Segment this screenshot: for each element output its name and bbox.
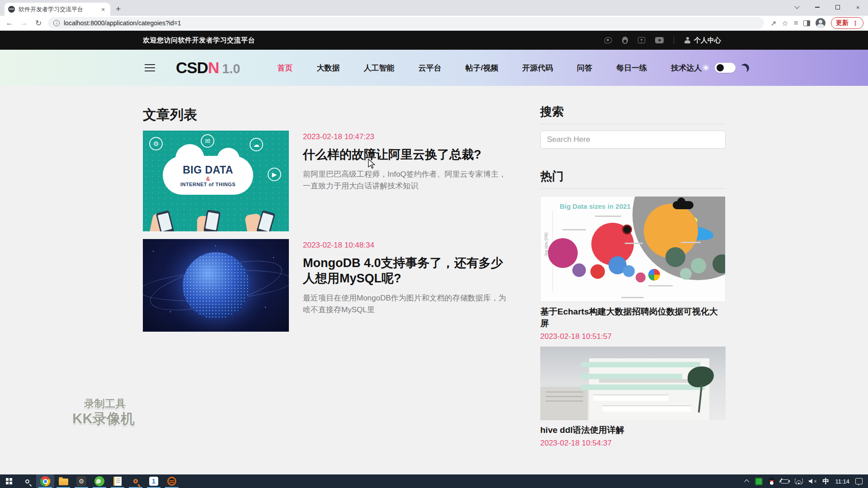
- ime-indicator[interactable]: 中: [822, 477, 829, 486]
- qq-tray-icon[interactable]: [769, 478, 775, 485]
- chart-image-ylabel: log size (PB): [544, 232, 548, 255]
- site-info-icon[interactable]: i: [53, 20, 60, 26]
- topbar-right: 个人中心: [604, 36, 721, 45]
- nav-item-cloud[interactable]: 云平台: [419, 63, 442, 73]
- nav-item-home[interactable]: 首页: [278, 63, 293, 73]
- bubble: [623, 265, 635, 277]
- hot-item-timestamp: 2023-02-18 10:51:57: [540, 332, 726, 341]
- tab-close-icon[interactable]: ×: [99, 6, 107, 13]
- taskbar-notepad-app-button[interactable]: [108, 474, 127, 488]
- theme-switch[interactable]: [715, 63, 736, 73]
- nav-item-qa[interactable]: 问答: [577, 63, 592, 73]
- hamburger-menu-icon[interactable]: [145, 64, 155, 71]
- bubble: [680, 268, 692, 280]
- windows-logo-icon: [6, 478, 12, 484]
- nav-links: 首页 大数据 人工智能 云平台 帖子/视频 开源代码 问答 每日一练 技术达人: [278, 63, 702, 73]
- volume-muted-icon[interactable]: ×: [809, 479, 817, 484]
- content-area: 文章列表 ⚙ ✉ ☁ ▶ BIG DATA & INTERNET of THIN…: [143, 86, 726, 453]
- chrome-update-button[interactable]: 更新 ⋮: [831, 17, 863, 29]
- moon-icon: [740, 63, 750, 72]
- reload-button[interactable]: ↻: [33, 19, 43, 28]
- taskbar-orange-search-app-button[interactable]: [127, 474, 145, 488]
- browser-tab-strip: 软件开发者学习交流平台 × + ×: [0, 0, 868, 16]
- taskbar-recorder-app-button[interactable]: [163, 474, 181, 488]
- tab-search-button[interactable]: [787, 0, 807, 14]
- chrome-icon: [40, 476, 50, 486]
- maximize-button[interactable]: [827, 0, 848, 14]
- article-title[interactable]: MongoDB 4.0支持事务了，还有多少人想用MySQL呢?: [303, 255, 511, 286]
- divider: [674, 37, 674, 44]
- bubble: [622, 225, 632, 235]
- search-input[interactable]: [540, 131, 726, 149]
- site-logo[interactable]: CSD N 1.0: [176, 59, 241, 77]
- new-tab-button[interactable]: +: [116, 4, 121, 16]
- minimize-button[interactable]: [807, 0, 827, 14]
- green-app-icon: [94, 476, 104, 486]
- article-title[interactable]: 什么样的故障让阿里云换了总裁?: [303, 147, 511, 162]
- article-thumbnail-bigdata[interactable]: ⚙ ✉ ☁ ▶ BIG DATA & INTERNET of THINGS: [143, 131, 289, 231]
- article-thumbnail-globe[interactable]: [143, 239, 289, 332]
- bubble: [648, 269, 660, 281]
- user-center-link[interactable]: 个人中心: [684, 36, 721, 45]
- weibo-icon[interactable]: [604, 37, 612, 43]
- taskbar-chrome-button[interactable]: [36, 474, 54, 488]
- tray-expand-chevron-icon[interactable]: [744, 479, 749, 484]
- action-center-icon[interactable]: [855, 478, 863, 484]
- forward-button[interactable]: →: [19, 19, 29, 28]
- share-icon[interactable]: ↗: [770, 19, 776, 28]
- taskbar-search-button[interactable]: [18, 474, 36, 488]
- welcome-text: 欢迎您访问软件开发者学习交流平台: [143, 36, 255, 45]
- nav-item-experts[interactable]: 技术达人: [671, 63, 702, 73]
- bubble: [590, 264, 605, 279]
- reading-list-icon[interactable]: ≡: [794, 19, 798, 27]
- hot-item-title[interactable]: hive ddl语法使用详解: [540, 424, 726, 436]
- article-timestamp: 2023-02-18 10:47:23: [303, 132, 511, 141]
- side-panel-icon[interactable]: [803, 20, 810, 26]
- building-graphic: [540, 387, 588, 420]
- kebab-menu-icon[interactable]: ⋮: [852, 19, 859, 27]
- back-button[interactable]: ←: [5, 19, 14, 28]
- wifi-icon[interactable]: [795, 479, 803, 484]
- article-list-column: 文章列表 ⚙ ✉ ☁ ▶ BIG DATA & INTERNET of THIN…: [143, 86, 511, 453]
- theme-switch-knob: [717, 64, 724, 71]
- person-icon: [684, 37, 691, 44]
- nav-item-opensource[interactable]: 开源代码: [522, 63, 553, 73]
- nav-item-bigdata[interactable]: 大数据: [317, 63, 340, 73]
- iot-caption: INTERNET of THINGS: [180, 182, 236, 187]
- nav-item-ai[interactable]: 人工智能: [364, 63, 395, 73]
- profile-avatar[interactable]: [816, 18, 826, 28]
- orange-search-icon: [133, 479, 138, 483]
- maximize-icon: [835, 5, 840, 9]
- browser-tab[interactable]: 软件开发者学习交流平台 ×: [5, 3, 110, 16]
- ampersand-caption: &: [206, 176, 210, 182]
- folder-icon: [59, 479, 68, 485]
- video-app-icon[interactable]: [638, 37, 645, 43]
- qq-icon[interactable]: [622, 37, 628, 44]
- youtube-icon[interactable]: [655, 37, 664, 43]
- taskbar-green-app-button[interactable]: [90, 474, 108, 488]
- article-timestamp: 2023-02-18 10:48:34: [303, 241, 511, 250]
- bookmark-star-icon[interactable]: ☆: [782, 19, 788, 28]
- phone-graphic: [203, 210, 221, 231]
- start-button[interactable]: [0, 474, 18, 488]
- hot-thumbnail-chart[interactable]: Big Data sizes in 2021 log size (PB): [540, 196, 726, 302]
- taskbar-clock[interactable]: 11:14: [835, 478, 849, 485]
- nav-item-daily[interactable]: 每日一练: [616, 63, 647, 73]
- nav-item-posts-video[interactable]: 帖子/视频: [466, 63, 499, 73]
- pen-battery-icon[interactable]: [781, 479, 789, 483]
- taskbar-settings-app-button[interactable]: ⚙: [72, 474, 90, 488]
- article-item[interactable]: 2023-02-18 10:48:34 MongoDB 4.0支持事务了，还有多…: [143, 239, 511, 332]
- kk-recorder-tray-icon[interactable]: [755, 478, 763, 485]
- address-bar[interactable]: i localhost:8000/application/categoies?i…: [48, 17, 764, 29]
- article-body: 2023-02-18 10:47:23 什么样的故障让阿里云换了总裁? 前阿里巴…: [303, 131, 511, 231]
- taskbar-blue-app-button[interactable]: 1: [145, 474, 163, 488]
- envelope-icon: ✉: [201, 134, 214, 148]
- gear-icon: ⚙: [76, 476, 86, 486]
- hot-item-title[interactable]: 基于Echarts构建大数据招聘岗位数据可视化大屏: [540, 306, 726, 329]
- close-button[interactable]: ×: [848, 0, 868, 14]
- article-item[interactable]: ⚙ ✉ ☁ ▶ BIG DATA & INTERNET of THINGS: [143, 131, 511, 231]
- hot-thumbnail-building[interactable]: [540, 347, 726, 420]
- taskbar-explorer-button[interactable]: [54, 474, 72, 488]
- screen: 软件开发者学习交流平台 × + × ← → ↻ i localhost:8000…: [0, 0, 868, 488]
- bigdata-caption: BIG DATA: [183, 164, 233, 176]
